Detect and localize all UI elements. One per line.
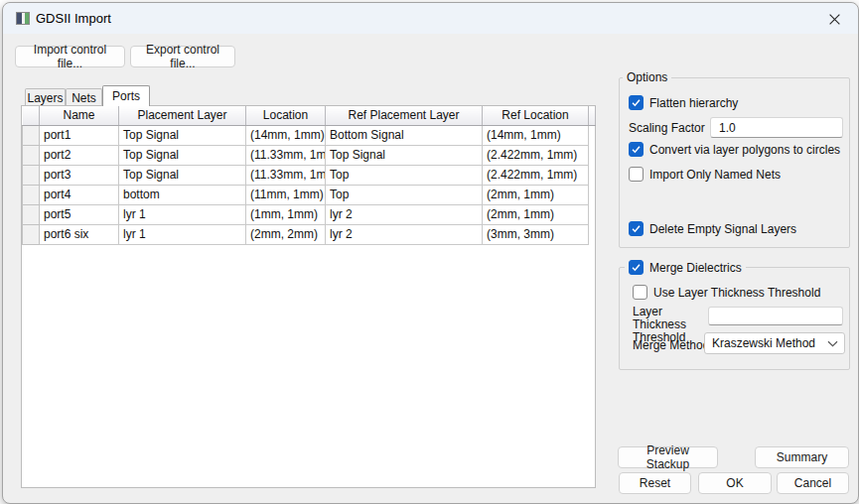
import-only-named-nets-label: Import Only Named Nets [649, 168, 781, 182]
checkbox-box[interactable] [629, 142, 644, 157]
export-control-file-button[interactable]: Export control file... [130, 46, 235, 67]
cell-name[interactable]: port1 [40, 125, 119, 145]
import-only-named-nets-checkbox[interactable]: Import Only Named Nets [629, 167, 781, 182]
ok-button[interactable]: OK [698, 472, 772, 494]
flatten-hierarchy-checkbox[interactable]: Flatten hierarchy [629, 95, 738, 110]
flatten-hierarchy-label: Flatten hierarchy [649, 96, 738, 110]
row-header[interactable] [23, 224, 40, 244]
checkbox-box[interactable] [633, 285, 647, 300]
cell-location[interactable]: (11.33mm, 1mm) [246, 165, 326, 185]
column-header-ref-location[interactable]: Ref Location [483, 106, 589, 125]
cell-placement-layer[interactable]: Top Signal [119, 165, 246, 185]
table-row: port2 Top Signal (11.33mm, 1mm) Top Sign… [23, 145, 596, 165]
layer-thickness-threshold-input[interactable] [708, 307, 843, 325]
cell-location[interactable]: (14mm, 1mm) [246, 125, 326, 145]
tab-nets[interactable]: Nets [66, 88, 102, 106]
merge-dielectrics-label: Merge Dielectrics [649, 261, 742, 275]
checkbox-box[interactable] [629, 95, 644, 110]
cell-ref-location[interactable]: (2.422mm, 1mm) [483, 165, 589, 185]
table-row: port6 six lyr 1 (2mm, 2mm) lyr 2 (3mm, 3… [23, 224, 596, 244]
table-header-row: Name Placement Layer Location Ref Placem… [23, 106, 596, 125]
cell-location[interactable]: (1mm, 1mm) [246, 204, 326, 224]
cell-ref-location[interactable]: (2mm, 1mm) [483, 204, 589, 224]
cell-placement-layer[interactable]: Top Signal [119, 125, 246, 145]
gdsii-import-icon [16, 12, 30, 25]
convert-via-polygons-checkbox[interactable]: Convert via layer polygons to circles [629, 142, 840, 157]
title-bar: GDSII Import [3, 3, 858, 34]
cell-name[interactable]: port4 [40, 185, 119, 204]
cell-ref-placement-layer[interactable]: Top [326, 165, 483, 185]
cell-ref-placement-layer[interactable]: Bottom Signal [326, 125, 483, 145]
checkbox-box[interactable] [629, 167, 644, 182]
cancel-button[interactable]: Cancel [777, 472, 849, 494]
cell-name[interactable]: port3 [40, 165, 119, 185]
summary-button[interactable]: Summary [755, 446, 849, 468]
use-layer-thickness-threshold-label: Use Layer Thickness Threshold [653, 286, 820, 300]
table-row: port1 Top Signal (14mm, 1mm) Bottom Sign… [23, 125, 596, 145]
delete-empty-signal-layers-checkbox[interactable]: Delete Empty Signal Layers [629, 221, 796, 236]
column-header-name[interactable]: Name [40, 106, 119, 125]
delete-empty-signal-layers-label: Delete Empty Signal Layers [649, 222, 796, 236]
cell-name[interactable]: port6 six [40, 224, 119, 244]
filler-cell [589, 145, 596, 165]
cell-ref-location[interactable]: (2.422mm, 1mm) [483, 145, 589, 165]
merge-method-dropdown[interactable]: Kraszewski Method [704, 332, 845, 354]
header-filler-cell [589, 106, 596, 125]
cell-name[interactable]: port2 [40, 145, 119, 165]
row-header[interactable] [23, 204, 40, 224]
filler-cell [589, 185, 596, 204]
checkbox-box[interactable] [629, 221, 644, 236]
checkbox-box[interactable] [629, 260, 644, 275]
options-group-label: Options [623, 70, 671, 84]
cell-ref-location[interactable]: (14mm, 1mm) [483, 125, 589, 145]
close-icon[interactable] [824, 10, 844, 28]
use-layer-thickness-threshold-checkbox[interactable]: Use Layer Thickness Threshold [633, 285, 820, 300]
filler-cell [589, 224, 596, 244]
ports-table-panel: Name Placement Layer Location Ref Placem… [21, 105, 596, 488]
preview-stackup-button[interactable]: Preview Stackup [618, 446, 718, 468]
import-control-file-button[interactable]: Import control file... [15, 46, 125, 67]
scaling-factor-label: Scaling Factor [629, 121, 705, 135]
row-header[interactable] [23, 165, 40, 185]
row-header[interactable] [23, 125, 40, 145]
merge-method-label: Merge Method [633, 338, 709, 352]
merge-method-value: Kraszewski Method [712, 336, 815, 350]
cell-ref-placement-layer[interactable]: lyr 2 [326, 204, 483, 224]
column-header-ref-placement-layer[interactable]: Ref Placement Layer [326, 106, 483, 125]
reset-button[interactable]: Reset [619, 472, 691, 494]
filler-cell [589, 165, 596, 185]
cell-ref-placement-layer[interactable]: lyr 2 [326, 224, 483, 244]
row-header[interactable] [23, 145, 40, 165]
gdsii-import-dialog: GDSII Import Import control file... Expo… [2, 2, 859, 504]
column-header-location[interactable]: Location [246, 106, 326, 125]
cell-placement-layer[interactable]: lyr 1 [119, 204, 246, 224]
table-row: port5 lyr 1 (1mm, 1mm) lyr 2 (2mm, 1mm) [23, 204, 596, 224]
table-row: port3 Top Signal (11.33mm, 1mm) Top (2.4… [23, 165, 596, 185]
cell-ref-placement-layer[interactable]: Top [326, 185, 483, 204]
merge-dielectrics-checkbox[interactable]: Merge Dielectrics [625, 260, 746, 275]
cell-placement-layer[interactable]: Top Signal [119, 145, 246, 165]
cell-placement-layer[interactable]: lyr 1 [119, 224, 246, 244]
cell-name[interactable]: port5 [40, 204, 119, 224]
filler-cell [589, 125, 596, 145]
cell-location[interactable]: (11mm, 1mm) [246, 185, 326, 204]
cell-placement-layer[interactable]: bottom [119, 185, 246, 204]
column-header-placement-layer[interactable]: Placement Layer [119, 106, 246, 125]
tab-ports[interactable]: Ports [102, 85, 150, 106]
corner-header-cell[interactable] [23, 106, 40, 125]
tab-layers[interactable]: Layers [25, 88, 66, 106]
cell-ref-placement-layer[interactable]: Top Signal [326, 145, 483, 165]
row-header[interactable] [23, 185, 40, 204]
table-row: port4 bottom (11mm, 1mm) Top (2mm, 1mm) [23, 185, 596, 204]
ports-table: Name Placement Layer Location Ref Placem… [22, 106, 596, 245]
filler-cell [589, 204, 596, 224]
cell-ref-location[interactable]: (3mm, 3mm) [483, 224, 589, 244]
cell-location[interactable]: (2mm, 2mm) [246, 224, 326, 244]
chevron-down-icon [827, 336, 838, 350]
cell-ref-location[interactable]: (2mm, 1mm) [483, 185, 589, 204]
convert-via-polygons-label: Convert via layer polygons to circles [649, 143, 840, 157]
scaling-factor-input[interactable] [710, 117, 843, 138]
window-title: GDSII Import [36, 11, 111, 26]
cell-location[interactable]: (11.33mm, 1mm) [246, 145, 326, 165]
